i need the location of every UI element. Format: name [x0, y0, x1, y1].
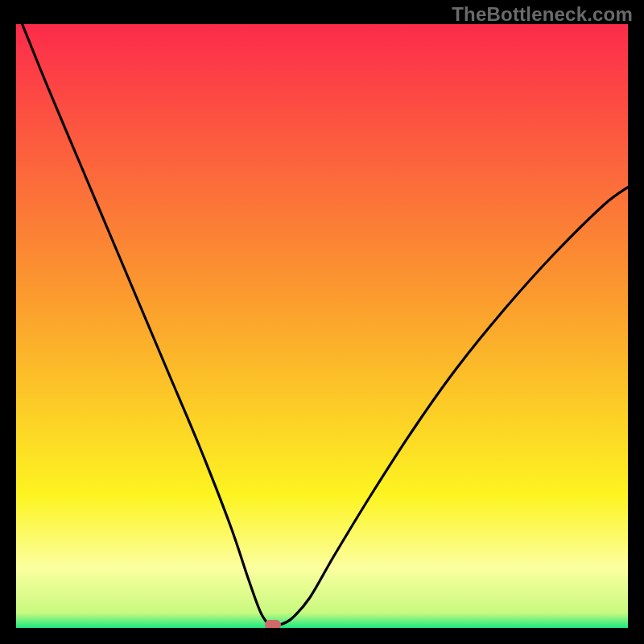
curve-layer [16, 24, 628, 628]
watermark-text: TheBottleneck.com [452, 3, 633, 26]
bottleneck-curve [23, 24, 628, 626]
minimum-marker [265, 620, 281, 628]
plot-area [16, 24, 628, 628]
chart-frame: TheBottleneck.com [0, 0, 644, 644]
